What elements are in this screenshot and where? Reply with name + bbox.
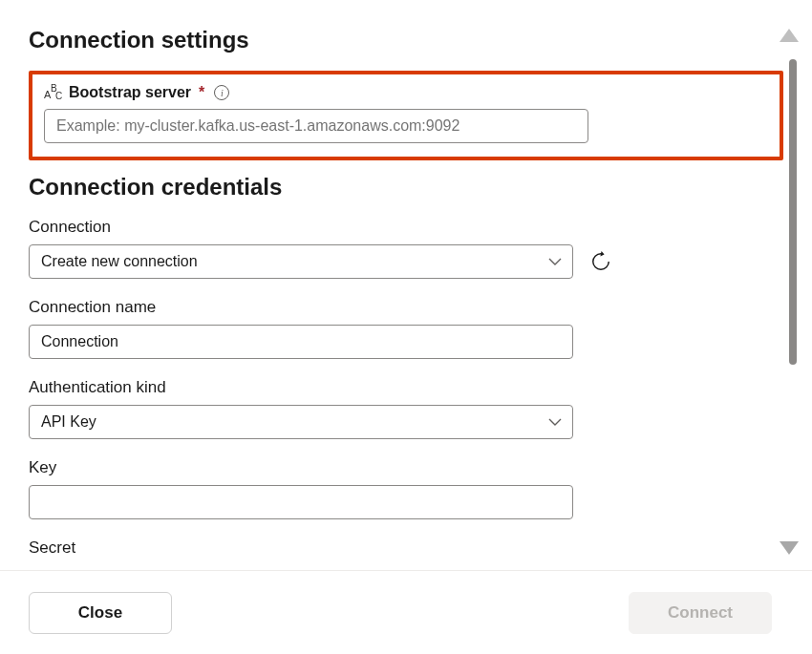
connection-label: Connection	[29, 218, 783, 237]
bootstrap-server-label-row: B Bootstrap server * i	[44, 84, 768, 101]
connection-name-input[interactable]	[29, 325, 573, 359]
secret-label: Secret	[29, 538, 783, 554]
authentication-kind-label: Authentication kind	[29, 378, 783, 397]
connection-settings-heading: Connection settings	[29, 27, 783, 53]
close-button[interactable]: Close	[29, 592, 172, 634]
authentication-kind-select[interactable]	[29, 405, 573, 439]
connection-credentials-heading: Connection credentials	[29, 174, 783, 200]
connection-name-label: Connection name	[29, 298, 783, 317]
dialog-footer: Close Connect	[0, 570, 812, 654]
scrollbar-thumb[interactable]	[789, 59, 797, 365]
scroll-up-arrow-icon[interactable]	[780, 29, 799, 42]
secret-field: Secret	[29, 538, 783, 554]
refresh-icon[interactable]	[590, 251, 611, 272]
connect-button[interactable]: Connect	[629, 592, 772, 634]
key-field: Key	[29, 458, 783, 519]
connection-field: Connection	[29, 218, 783, 279]
connection-select[interactable]	[29, 244, 573, 279]
text-type-icon: B	[44, 85, 63, 100]
info-icon[interactable]: i	[214, 85, 229, 100]
dialog-body: Connection settings B Bootstrap server *…	[0, 0, 812, 554]
connection-name-field: Connection name	[29, 298, 783, 359]
bootstrap-server-input[interactable]	[44, 109, 588, 143]
required-asterisk: *	[199, 84, 204, 101]
bootstrap-server-highlight: B Bootstrap server * i	[29, 71, 783, 160]
bootstrap-server-label: Bootstrap server	[69, 84, 191, 101]
authentication-kind-field: Authentication kind	[29, 378, 783, 439]
key-label: Key	[29, 458, 783, 477]
scroll-down-arrow-icon[interactable]	[780, 541, 799, 555]
key-input[interactable]	[29, 485, 573, 519]
